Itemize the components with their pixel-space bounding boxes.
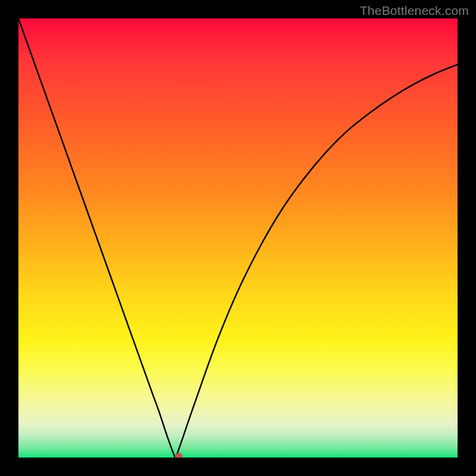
chart-frame: TheBottleneck.com [0, 0, 476, 476]
marker-dot [175, 453, 183, 458]
curve-layer [18, 18, 458, 458]
watermark-text: TheBottleneck.com [360, 4, 469, 18]
bottleneck-curve [18, 18, 458, 458]
plot-area [18, 18, 458, 458]
